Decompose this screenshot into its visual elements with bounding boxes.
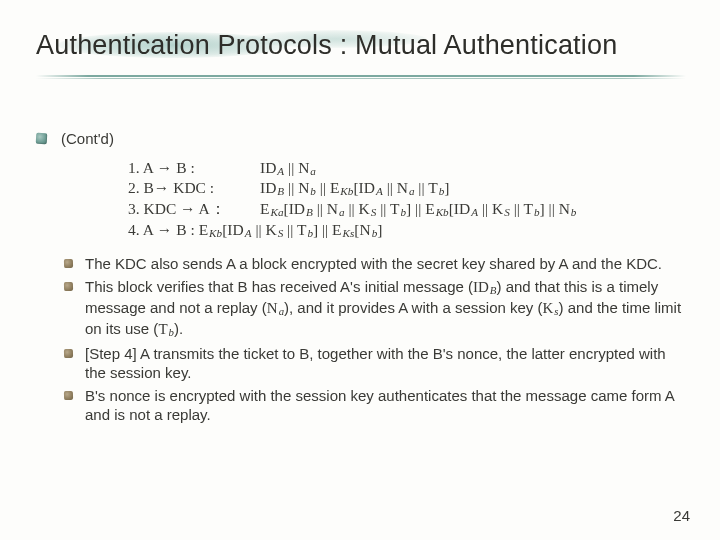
slide-body: (Cont'd) 1. A → B : IDA || Na 2. B→ KDC … bbox=[36, 129, 684, 425]
step-2: 2. B→ KDC : IDB || Nb || EKb[IDA || Na |… bbox=[128, 178, 684, 198]
bullet-small-icon bbox=[64, 282, 73, 291]
bullet-text-1: The KDC also sends A a block encrypted w… bbox=[85, 254, 684, 273]
slide: Authentication Protocols : Mutual Authen… bbox=[0, 0, 720, 540]
bullet-small-icon bbox=[64, 391, 73, 400]
protocol-steps: 1. A → B : IDA || Na 2. B→ KDC : IDB || … bbox=[128, 158, 684, 240]
step-3-right: EKa[IDB || Na || KS || Tb] || EKb[IDA ||… bbox=[260, 199, 684, 219]
step-1: 1. A → B : IDA || Na bbox=[128, 158, 684, 178]
step-2-left: 2. B→ KDC : bbox=[128, 178, 260, 198]
title-block: Authentication Protocols : Mutual Authen… bbox=[36, 30, 684, 91]
page-title: Authentication Protocols : Mutual Authen… bbox=[36, 30, 684, 61]
bullet-small-icon bbox=[64, 349, 73, 358]
bullet-text-4: B's nonce is encrypted with the session … bbox=[85, 386, 684, 424]
step-4: 4. A → B : EKb[IDA || KS || Tb] || EKs[N… bbox=[128, 219, 684, 240]
contd-row: (Cont'd) bbox=[36, 129, 684, 148]
bullet-text-2: This block verifies that B has received … bbox=[85, 277, 684, 339]
bullet-row-2: This block verifies that B has received … bbox=[64, 277, 684, 339]
bullet-row-1: The KDC also sends A a block encrypted w… bbox=[64, 254, 684, 273]
bullet-text-3: [Step 4] A transmits the ticket to B, to… bbox=[85, 344, 684, 382]
step-1-left: 1. A → B : bbox=[128, 158, 260, 178]
title-underline bbox=[36, 71, 686, 83]
bullet-small-icon bbox=[64, 259, 73, 268]
page-number: 24 bbox=[673, 507, 690, 524]
contd-label: (Cont'd) bbox=[61, 129, 684, 148]
step-3: 3. KDC → A： EKa[IDB || Na || KS || Tb] |… bbox=[128, 199, 684, 219]
bullet-row-3: [Step 4] A transmits the ticket to B, to… bbox=[64, 344, 684, 382]
step-3-left: 3. KDC → A： bbox=[128, 199, 260, 219]
step-2-right: IDB || Nb || EKb[IDA || Na || Tb] bbox=[260, 178, 684, 198]
bullet-square-icon bbox=[36, 133, 48, 145]
step-1-right: IDA || Na bbox=[260, 158, 684, 178]
bullet-row-4: B's nonce is encrypted with the session … bbox=[64, 386, 684, 424]
